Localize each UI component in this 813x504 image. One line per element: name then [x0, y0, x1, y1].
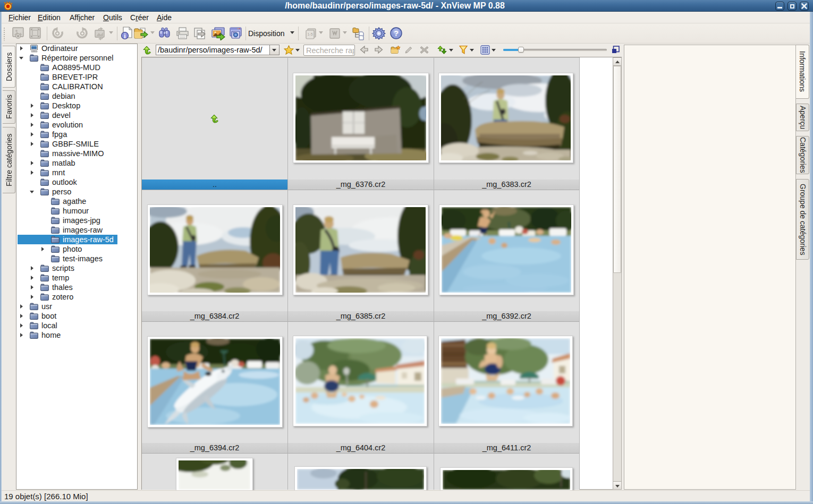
- svg-text:1-5: 1-5: [307, 32, 312, 36]
- svg-text:?: ?: [394, 29, 399, 38]
